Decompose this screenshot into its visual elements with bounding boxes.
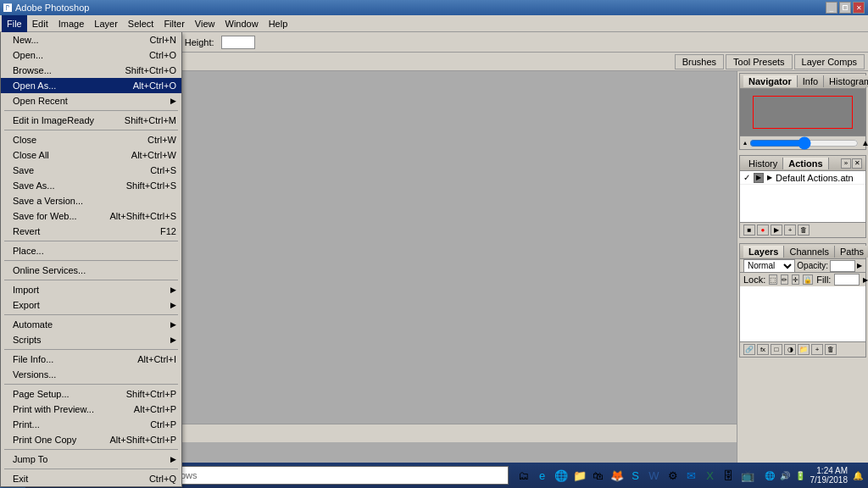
menu-view[interactable]: View [190,15,220,32]
tab-channels[interactable]: Channels [784,246,834,258]
taskbar-store[interactable]: 🛍 [590,467,607,484]
menu-item-scripts[interactable]: Scripts ▶ [1,332,181,347]
tab-histogram[interactable]: Histogram [824,75,868,87]
layers-new-btn[interactable]: + [811,344,823,355]
taskbar-edge[interactable]: e [534,467,551,484]
height-input[interactable] [221,36,255,49]
menu-item-automate[interactable]: Automate ▶ [1,317,181,332]
menu-item-new[interactable]: New... Ctrl+N [1,32,181,47]
menu-item-print-one[interactable]: Print One Copy Alt+Shift+Ctrl+P [1,432,181,447]
zoom-in-icon[interactable]: ▲ [861,138,868,147]
menu-item-revert[interactable]: Revert F12 [1,224,181,239]
layers-panel-header: Layers Channels Paths » ✕ [740,244,865,259]
taskbar-skype[interactable]: S [627,467,644,484]
menu-image[interactable]: Image [53,15,90,32]
volume-icon[interactable]: 🔊 [780,471,790,480]
menu-item-jump-to[interactable]: Jump To ▶ [1,452,181,467]
menu-item-browse[interactable]: Browse... Shift+Ctrl+O [1,63,181,78]
menu-select[interactable]: Select [123,15,159,32]
fill-input[interactable] [834,274,860,286]
menu-item-open[interactable]: Open... Ctrl+O [1,47,181,63]
tab-info[interactable]: Info [798,75,824,87]
layers-fx-btn[interactable]: fx [757,344,769,355]
network-icon[interactable]: 🌐 [765,471,775,480]
history-close-button[interactable]: ✕ [852,158,862,169]
menu-item-save-version[interactable]: Save a Version... [1,193,181,208]
history-collapse-button[interactable]: » [841,158,851,169]
menu-filter[interactable]: Filter [159,15,189,32]
taskbar-excel[interactable]: X [702,467,719,484]
history-play-btn[interactable]: ▶ [771,225,782,236]
tab-paths[interactable]: Paths [835,246,868,258]
separator-4 [4,260,178,261]
history-record-btn[interactable]: ● [757,225,769,236]
taskbar-firefox[interactable]: 🦊 [609,467,626,484]
history-new-btn[interactable]: + [784,225,796,236]
menu-item-save-as[interactable]: Save As... Shift+Ctrl+S [1,178,181,193]
taskbar-clock[interactable]: 1:24 AM 7/19/2018 [810,466,849,485]
minimize-button[interactable]: _ [826,2,837,14]
opacity-input[interactable] [830,260,855,272]
tab-tool-presets[interactable]: Tool Presets [726,54,793,69]
action-play-icon[interactable]: ▶ [767,174,772,181]
menu-item-export[interactable]: Export ▶ [1,297,181,313]
layers-delete-btn[interactable]: 🗑 [825,344,837,355]
zoom-out-icon[interactable]: ▴ [743,139,747,147]
taskbar-unknown[interactable]: 📺 [739,467,756,484]
menu-item-edit-imageready[interactable]: Edit in ImageReady Shift+Ctrl+M [1,113,181,128]
menu-item-save[interactable]: Save Ctrl+S [1,163,181,178]
taskbar-explorer[interactable]: 🗂 [515,467,532,484]
menu-window[interactable]: Window [220,15,264,32]
tab-history[interactable]: History [743,158,783,169]
menu-item-open-recent[interactable]: Open Recent ▶ [1,93,181,108]
menu-item-exit[interactable]: Exit Ctrl+Q [1,471,181,486]
menu-item-print[interactable]: Print... Ctrl+P [1,417,181,432]
menu-item-file-info[interactable]: File Info... Alt+Ctrl+I [1,352,181,367]
menu-file[interactable]: File [2,15,27,32]
history-delete-btn[interactable]: 🗑 [798,225,810,236]
fill-arrow[interactable]: ▶ [863,276,868,284]
taskbar-outlook[interactable]: ✉ [683,467,700,484]
lock-move-btn[interactable]: ✛ [792,274,799,285]
tab-actions[interactable]: Actions [783,158,828,169]
layers-mask-btn[interactable]: □ [771,344,782,355]
taskbar-word[interactable]: W [646,467,663,484]
menu-item-page-setup[interactable]: Page Setup... Shift+Ctrl+P [1,386,181,402]
lock-image-btn[interactable]: ✏ [781,274,788,285]
menu-item-close[interactable]: Close Ctrl+W [1,132,181,147]
restore-button[interactable]: ⧠ [839,2,851,14]
action-folder-icon[interactable]: ▶ [754,173,764,183]
close-button[interactable]: ✕ [853,2,865,14]
menu-item-open-as[interactable]: Open As... Alt+Ctrl+O [1,78,181,93]
taskbar-ie[interactable]: 🌐 [553,467,570,484]
zoom-slider[interactable] [749,139,859,147]
taskbar-steam[interactable]: ⚙ [665,467,682,484]
menu-item-close-all[interactable]: Close All Alt+Ctrl+W [1,147,181,163]
layers-group-btn[interactable]: 📁 [798,344,810,355]
menu-item-save-web[interactable]: Save for Web... Alt+Shift+Ctrl+S [1,208,181,224]
lock-transparent-btn[interactable]: ⬚ [769,274,777,285]
lock-all-btn[interactable]: 🔒 [803,274,813,285]
menu-item-online-services[interactable]: Online Services... [1,263,181,278]
opacity-arrow[interactable]: ▶ [857,262,862,269]
taskbar-folder2[interactable]: 🗄 [721,467,737,484]
tab-layer-comps[interactable]: Layer Comps [794,54,865,69]
taskbar-folder[interactable]: 📁 [571,467,588,484]
notification-icon[interactable]: 🔔 [853,471,863,480]
menu-edit[interactable]: Edit [27,15,53,32]
menu-item-place[interactable]: Place... [1,243,181,258]
tab-layers[interactable]: Layers [743,246,784,258]
layers-adj-btn[interactable]: ◑ [784,344,796,355]
history-body: ✓ ▶ ▶ Default Actions.atn [740,171,865,222]
menu-layer[interactable]: Layer [89,15,123,32]
menu-item-versions[interactable]: Versions... [1,367,181,382]
blend-mode-select[interactable]: Normal [743,259,795,273]
layers-link-btn[interactable]: 🔗 [743,344,755,355]
history-stop-btn[interactable]: ■ [743,225,755,236]
menu-item-print-preview[interactable]: Print with Preview... Alt+Ctrl+P [1,402,181,417]
tab-navigator[interactable]: Navigator [743,75,798,87]
battery-icon[interactable]: 🔋 [795,471,805,480]
tab-brushes[interactable]: Brushes [675,54,724,69]
menu-item-import[interactable]: Import ▶ [1,282,181,297]
menu-help[interactable]: Help [264,15,293,32]
